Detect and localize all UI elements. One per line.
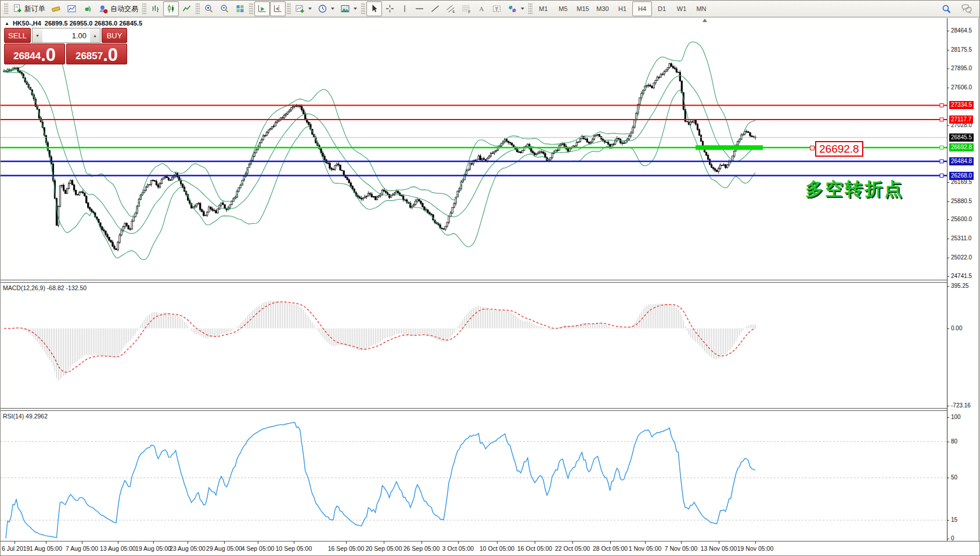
zoom-in-button[interactable] [201, 1, 217, 16]
time-axis-label: 20 Sep 05:00 [366, 545, 402, 552]
rsi-tick-label: 50 [951, 474, 957, 481]
market-watch-button[interactable] [64, 1, 80, 16]
tf-h4-button[interactable]: H4 [632, 1, 652, 16]
horizontal-line-icon [415, 4, 424, 13]
time-axis-label: 1 Nov 05:00 [629, 545, 662, 552]
periods-button[interactable] [315, 1, 337, 16]
vertical-line-tool-button[interactable] [398, 1, 412, 16]
search-button[interactable] [938, 1, 954, 16]
clock-icon [318, 4, 327, 13]
time-axis-label: 19 Aug 05:00 [135, 545, 171, 552]
text-label-tool-button[interactable]: T [489, 1, 505, 16]
autotrading-icon [98, 4, 108, 13]
price-level-tag: 26845.5 [949, 133, 974, 142]
buy-price: 26857 [75, 50, 103, 63]
price-tick-label: 25880.5 [951, 198, 972, 204]
time-axis-label: 28 Oct 05:00 [593, 545, 628, 552]
auto-scroll-button[interactable] [254, 1, 270, 16]
indicators-button[interactable] [292, 1, 315, 16]
collapse-arrow-icon[interactable]: ▲ [5, 21, 9, 26]
dropdown-caret [331, 8, 334, 10]
rsi-tick-label: 80 [951, 438, 957, 445]
symbol-period-label: HK50-,H4 [13, 20, 41, 27]
macd-tick-label: 0.00 [951, 325, 962, 331]
horizontal-line-tool-button[interactable] [412, 1, 427, 16]
cursor-icon [369, 4, 379, 13]
tf-m30-button[interactable]: M30 [593, 1, 613, 16]
cursor-tool-button[interactable] [366, 1, 382, 16]
tf-mn-button[interactable]: MN [691, 1, 711, 16]
fibonacci-tool-button[interactable]: F [459, 1, 474, 16]
price-tick-label: 24741.5 [951, 273, 972, 279]
trendline-icon [430, 4, 440, 13]
main-chart-panel[interactable] [1, 18, 947, 280]
terminal-window: 新订单 自动交易 [0, 0, 980, 556]
search-icon [941, 4, 952, 14]
rsi-chart[interactable] [1, 411, 947, 540]
templates-button[interactable] [337, 1, 360, 16]
time-axis-label: 6 Jul 2019 [2, 545, 30, 552]
tf-m5-button[interactable]: M5 [553, 1, 573, 16]
svg-text:T: T [495, 6, 499, 12]
autotrading-label: 自动交易 [110, 4, 138, 14]
time-axis-label: 16 Sep 05:00 [328, 545, 364, 552]
tf-m15-button[interactable]: M15 [573, 1, 593, 16]
macd-chart[interactable] [1, 283, 947, 408]
arrows-tool-button[interactable] [505, 1, 527, 16]
alerts-button[interactable] [80, 1, 95, 16]
chart-text-annotation[interactable]: 多空转折点 [805, 177, 904, 201]
time-axis-label: 13 Nov 05:00 [701, 545, 737, 552]
line-chart-mode-button[interactable] [179, 1, 194, 16]
buy-price-fraction: .0 [103, 48, 118, 63]
buy-price-button[interactable]: 26857.0 [66, 44, 127, 64]
macd-tick-label: -723.16 [951, 402, 971, 409]
volume-increase-button[interactable]: ▲ [90, 28, 100, 42]
bar-chart-icon [150, 4, 160, 13]
rsi-panel[interactable] [1, 411, 947, 541]
sell-price-button[interactable]: 26844.0 [4, 44, 65, 64]
time-axis-label: 3 Oct 05:00 [442, 545, 474, 552]
bar-chart-mode-button[interactable] [147, 1, 163, 16]
macd-panel[interactable] [1, 283, 947, 408]
tf-h1-button[interactable]: H1 [613, 1, 632, 16]
new-order-icon [12, 4, 22, 13]
zoom-out-button[interactable] [217, 1, 232, 16]
trendline-tool-button[interactable] [427, 1, 443, 16]
tf-w1-button[interactable]: W1 [672, 1, 691, 16]
sell-button[interactable]: SELL [4, 28, 31, 43]
candlestick-mode-button[interactable] [163, 1, 179, 16]
equidistant-channel-tool-button[interactable]: E [443, 1, 459, 16]
text-tool-button[interactable]: A [474, 1, 489, 16]
price-level-callout[interactable]: 26692.8 [815, 141, 863, 157]
volume-decrease-button[interactable]: ▼ [33, 28, 42, 42]
chart-title: ▲ HK50-,H4 26899.5 26955.0 26836.0 26845… [5, 20, 142, 27]
time-axis-label: 22 Oct 05:00 [555, 545, 590, 552]
crosshair-tool-button[interactable] [382, 1, 398, 16]
price-axis[interactable]: 28464.528175.527895.027606.027028.026169… [947, 18, 980, 541]
one-click-trade-panel: SELL ▼ 1.00 ▲ BUY 26844.0 26857.0 [4, 28, 127, 64]
time-axis-label: 26 Sep 05:00 [403, 545, 439, 552]
volume-value[interactable]: 1.00 [42, 28, 90, 42]
tf-m1-button[interactable]: M1 [534, 1, 553, 16]
time-axis-label: 7 Aug 05:00 [66, 545, 98, 552]
price-tick-label: 25022.0 [951, 254, 972, 261]
tf-d1-button[interactable]: D1 [652, 1, 672, 16]
new-order-button[interactable]: 新订单 [9, 1, 48, 16]
buy-button[interactable]: BUY [102, 28, 127, 43]
candlestick-chart[interactable] [1, 18, 947, 280]
community-button[interactable] [958, 1, 975, 16]
tile-windows-button[interactable] [232, 1, 248, 16]
callout-anchor-square[interactable] [810, 146, 815, 150]
time-axis[interactable]: 6 Jul 20191 Aug 05:007 Aug 05:0013 Aug 0… [1, 541, 980, 556]
charts-toolbar-button[interactable] [48, 1, 64, 16]
toolbar-grip [142, 3, 146, 15]
autotrading-button[interactable]: 自动交易 [95, 1, 141, 16]
chart-shift-button[interactable] [270, 1, 286, 16]
text-icon: A [477, 4, 486, 13]
toolbar-grip [361, 3, 365, 15]
chart-window-icon [67, 4, 77, 13]
chart-shift-marker [702, 19, 707, 22]
dropdown-caret [354, 8, 357, 10]
dropdown-caret [521, 8, 524, 10]
text-label-icon: T [492, 4, 502, 13]
